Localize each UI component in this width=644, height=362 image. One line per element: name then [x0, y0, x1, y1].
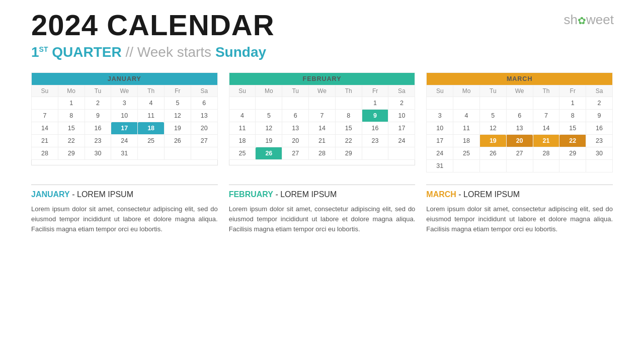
february-divider — [229, 185, 416, 185]
day-mo: Mo — [58, 85, 85, 97]
march-section: MARCH - LOREM IPSUM Lorem ipsum dolor si… — [426, 182, 613, 234]
page-title: 2024 CALENDAR — [31, 9, 613, 41]
january-divider — [31, 185, 218, 185]
march-month-label: MARCH — [426, 190, 456, 199]
table-row: 17 18 19 20 21 22 23 — [427, 135, 613, 147]
february-header: FEBRUARY — [229, 73, 415, 85]
february-heading: FEBRUARY - LOREM IPSUM — [229, 190, 416, 199]
february-table: FEBRUARY Su Mo Tu We Th Fr Sa — [229, 72, 416, 165]
table-row: 14 15 16 17 18 19 20 — [32, 122, 218, 135]
january-daynames: Su Mo Tu We Th Fr Sa — [32, 85, 218, 97]
day-tu: Tu — [85, 85, 111, 97]
table-row: 10 11 12 13 14 15 16 — [427, 122, 613, 135]
january-month-label: JANUARY — [31, 190, 70, 199]
table-row: 4 5 6 7 8 9 10 — [229, 110, 415, 122]
day-sa: Sa — [191, 85, 217, 97]
march-divider — [426, 185, 613, 185]
table-row: 7 8 9 10 11 12 13 — [32, 110, 218, 122]
month-descriptions-row: JANUARY - LOREM IPSUM Lorem ipsum dolor … — [31, 182, 613, 234]
quarter-number: 1ST QUARTER — [31, 44, 122, 60]
table-row: 28 29 30 31 — [32, 147, 218, 160]
january-header-row: JANUARY — [32, 73, 218, 85]
january-section: JANUARY - LOREM IPSUM Lorem ipsum dolor … — [31, 182, 218, 234]
table-row: 25 26 27 28 29 — [229, 147, 415, 160]
table-row: 1 2 — [229, 97, 415, 110]
march-table: MARCH Su Mo Tu We Th Fr Sa 1 — [426, 72, 613, 172]
subtitle: 1ST QUARTER // Week starts Sunday — [31, 43, 613, 61]
logo-sh: sh — [564, 12, 578, 27]
january-sublabel: - LOREM IPSUM — [72, 190, 133, 199]
table-row: 24 25 26 27 28 29 30 — [427, 147, 613, 160]
march-daynames: Su Mo Tu We Th Fr Sa — [427, 85, 613, 97]
highlighted-day: 19 — [479, 135, 506, 147]
highlighted-day: 26 — [256, 147, 282, 160]
table-row: 11 12 13 14 15 16 17 — [229, 122, 415, 135]
february-month-label: FEBRUARY — [229, 190, 273, 199]
march-heading: MARCH - LOREM IPSUM — [426, 190, 613, 199]
day-fr: Fr — [164, 85, 191, 97]
table-row: 3 4 5 6 7 8 9 — [427, 110, 613, 122]
march-header: MARCH — [427, 73, 613, 85]
february-section: FEBRUARY - LOREM IPSUM Lorem ipsum dolor… — [229, 182, 416, 234]
january-heading: JANUARY - LOREM IPSUM — [31, 190, 218, 199]
march-calendar: MARCH Su Mo Tu We Th Fr Sa 1 — [426, 72, 613, 172]
table-row: 21 22 23 24 25 26 27 — [32, 135, 218, 147]
january-table: JANUARY Su Mo Tu We Th Fr Sa 1 2 3 4 — [31, 72, 218, 165]
february-header-row: FEBRUARY — [229, 73, 415, 85]
table-row — [229, 160, 415, 165]
january-header: JANUARY — [32, 73, 218, 85]
table-row: 1 2 3 4 5 6 — [32, 97, 218, 110]
day-th: Th — [138, 85, 165, 97]
subtitle-day: Sunday — [215, 44, 266, 60]
highlighted-day: 21 — [533, 135, 559, 147]
table-row: 18 19 20 21 22 23 24 — [229, 135, 415, 147]
day-we: We — [111, 85, 138, 97]
table-row — [32, 160, 218, 165]
february-daynames: Su Mo Tu We Th Fr Sa — [229, 85, 415, 97]
table-row: 1 2 — [427, 97, 613, 110]
logo-weet: weet — [586, 12, 614, 27]
highlighted-day: 22 — [559, 135, 586, 147]
march-header-row: MARCH — [427, 73, 613, 85]
march-description: Lorem ipsum dolor sit amet, consectetur … — [426, 204, 613, 234]
january-description: Lorem ipsum dolor sit amet, consectetur … — [31, 204, 218, 234]
logo: sh✿weet — [564, 12, 614, 28]
calendars-row: JANUARY Su Mo Tu We Th Fr Sa 1 2 3 4 — [31, 72, 613, 172]
highlighted-day: 9 — [362, 110, 388, 122]
page: sh✿weet 2024 CALENDAR 1ST QUARTER // Wee… — [0, 0, 644, 362]
logo-leaf: ✿ — [578, 15, 586, 27]
february-description: Lorem ipsum dolor sit amet, consectetur … — [229, 204, 416, 234]
subtitle-separator: // Week starts — [125, 44, 215, 60]
january-calendar: JANUARY Su Mo Tu We Th Fr Sa 1 2 3 4 — [31, 72, 218, 172]
day-su: Su — [32, 85, 58, 97]
highlighted-day: 18 — [138, 122, 165, 135]
february-sublabel: - LOREM IPSUM — [275, 190, 337, 199]
quarter-sup: ST — [39, 45, 48, 53]
march-sublabel: - LOREM IPSUM — [458, 190, 520, 199]
february-calendar: FEBRUARY Su Mo Tu We Th Fr Sa — [229, 72, 416, 172]
table-row: 31 — [427, 160, 613, 172]
highlighted-day: 20 — [506, 135, 533, 147]
highlighted-day: 17 — [111, 122, 138, 135]
